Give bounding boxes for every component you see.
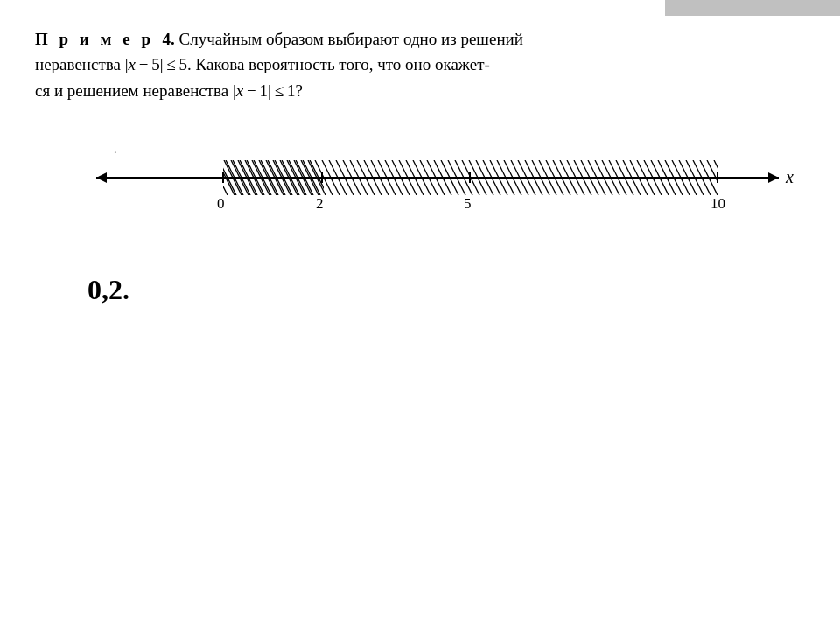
problem-label: П р и м е р <box>35 30 154 48</box>
axis-label-0: 0 <box>217 195 225 213</box>
svg-marker-1 <box>768 172 779 183</box>
axis-label-2: 2 <box>316 195 324 213</box>
main-content: П р и м е р 4. Случайным образом выбираю… <box>35 26 805 306</box>
axis-label-10: 10 <box>710 195 725 213</box>
number-line-section: . <box>35 130 805 226</box>
svg-text:x: x <box>785 167 794 186</box>
answer-section: 0,2. <box>88 274 805 306</box>
top-bar <box>665 0 840 16</box>
answer-value: 0,2. <box>88 274 130 305</box>
axis-label-5: 5 <box>464 195 472 213</box>
svg-marker-2 <box>96 172 107 183</box>
problem-number: 4. <box>163 30 175 48</box>
number-line-svg: x <box>88 151 805 213</box>
problem-statement: П р и м е р 4. Случайным образом выбираю… <box>35 26 805 103</box>
